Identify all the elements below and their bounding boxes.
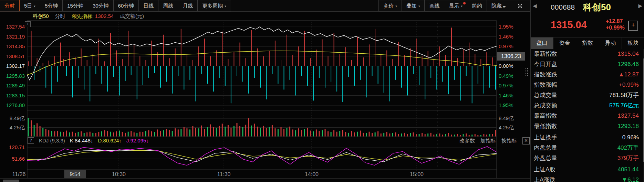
tool-button-5[interactable]: 隐藏▸▸ [487,0,510,11]
row-value: 402万手 [617,143,639,153]
close-indicator-icon[interactable]: ✕ [522,137,530,144]
panel-expand-icon[interactable]: ▶ [638,3,642,9]
tab-1[interactable]: 资金 [553,38,576,49]
time-axis-label: 11/26 [12,171,26,178]
percent-axis-label: 0.49% [499,73,513,79]
row-label: 最低指数 [534,121,557,131]
tool-button-3[interactable]: 显示▾ [444,0,467,11]
row-value: 781.58万手 [609,90,639,100]
quote-row-0: 最新指数1315.04 [531,49,644,59]
time-axis-label: 10:30 [112,171,126,178]
row-label: 总成交量 [534,90,557,100]
kdj-title: KDJ (9,3,3) [39,138,65,143]
period-button-4-label: 30分钟 [93,3,109,9]
period-button-1-label: 5日 [24,3,32,9]
change-value: +12.87 [606,18,623,24]
tool-button-0-label: 竞价 [383,3,394,9]
period-label: 分时 [55,13,65,20]
row-label: 上证A股 [534,164,555,175]
kdj-axis-label: 51.66 [0,156,25,162]
tab-2[interactable]: 指数 [576,38,599,49]
panel-collapse-icon[interactable]: ◀ [533,3,537,9]
quote-row-2: 指数涨跌▲12.87 [531,69,644,80]
price-axis-label: 1302.17 [0,63,25,69]
kdj-axis-label: 120.71 [0,144,25,150]
period-button-5[interactable]: 60分钟 [113,0,139,11]
tool-button-4[interactable]: 简约 [467,0,487,11]
kdj-j-value: J:92.095↓ [126,138,149,143]
period-button-3[interactable]: 15分钟 [62,0,88,11]
period-button-6[interactable]: 日线 [138,0,158,11]
kdj-button-2[interactable]: 换指标 [501,138,517,144]
period-button-9[interactable]: 更多周期▾ [197,0,231,11]
volume-axis-label: 8.49亿 [0,115,25,122]
period-button-0[interactable]: 分时 [0,0,20,11]
price-axis-label: 1295.83 [0,73,25,79]
panel-resize-grip[interactable] [525,67,529,78]
row-value: 575.76亿元 [609,100,639,111]
row-label: 指数涨幅 [534,80,557,90]
kdj-header: ? KDJ (9,3,3) K:84.448↓ D:80.624↑ J:92.0… [28,137,149,144]
kdj-button-1[interactable]: 加指标 [480,138,496,144]
expand-arrows-icon [517,3,523,9]
price-axis-label: 1321.19 [0,34,25,40]
period-button-7[interactable]: 周线 [158,0,178,11]
kdj-button-0[interactable]: 改参数 [459,138,475,144]
tool-button-0[interactable]: 竞价▾ [378,0,402,11]
quote-row-7: 最低指数1293.18 [531,121,644,131]
quote-row-1: 今日开盘1296.46 [531,59,644,69]
tab-4[interactable]: 板块 [622,38,644,49]
chart-header: 科创50 分时 领先指标: 1302.54 成交额(元) [33,13,144,20]
row-divider [531,132,644,132]
chart-zoom-plus-button[interactable]: + [25,21,31,27]
row-value: 1296.46 [618,59,639,69]
tool-button-5-label: 隐藏 [491,3,502,9]
fullscreen-icon[interactable] [510,0,530,11]
period-button-2-label: 5分钟 [45,3,58,9]
price-change: +12.87 +0.99% [606,18,625,31]
kdj-k-value: K:84.448↓ [70,138,93,143]
chevron-down-icon: ▾ [34,4,35,8]
chevron-down-icon: ▾ [418,4,420,8]
period-button-1[interactable]: 5日▾ [19,0,40,11]
notification-dot [463,2,466,4]
percent-axis-label: 1.95% [499,24,513,30]
row-value: ▼6.12 [622,175,639,182]
tool-button-3-label: 显示 [449,3,459,9]
quote-row-9: 内盘总量402万手 [531,143,644,153]
add-to-watchlist-button[interactable]: + [628,21,638,31]
row-value: ▲12.87 [619,69,639,80]
kdj-d-value: D:80.624↑ [98,138,121,143]
row-label: 今日开盘 [534,59,557,69]
row-value: 1327.54 [618,111,639,121]
period-button-8[interactable]: 月线 [178,0,198,11]
tool-button-2[interactable]: 画线 [424,0,444,11]
period-button-group: 分时5日▾5分钟15分钟30分钟60分钟日线周线月线更多周期▾ [0,0,231,11]
tool-button-4-label: 简约 [472,3,482,9]
help-icon[interactable]: ? [28,137,34,144]
period-button-4[interactable]: 30分钟 [88,0,114,11]
bottom-scrollbar-thumb[interactable] [3,180,19,182]
trading-terminal: 分时5日▾5分钟15分钟30分钟60分钟日线周线月线更多周期▾ 竞价▾叠加▾画线… [0,0,644,182]
chevron-down-icon: ▾ [225,4,226,8]
index-name-label: 科创50 [33,13,49,20]
volume-axis-label: 4.25亿 [0,125,25,131]
tab-3[interactable]: 异动 [599,38,622,49]
lead-indicator-value: 1302.54 [95,13,114,20]
d-up-arrow-icon: ↑ [119,138,122,143]
tab-0[interactable]: 盘口 [531,38,553,49]
row-divider [531,164,644,164]
tool-button-2-label: 画线 [429,3,439,9]
period-button-2[interactable]: 5分钟 [40,0,63,11]
chevron-down-icon: ▾ [461,4,463,8]
tool-button-1[interactable]: 叠加▾ [402,0,425,11]
change-percent: +0.99% [606,25,625,31]
last-price: 1315.04 [551,19,587,31]
stock-name: 科创50 [583,1,611,13]
price-axis-label: 1308.51 [0,53,25,59]
row-value: +0.99% [619,80,639,90]
quote-panel: ◀ ▶ 000688 科创50 1315.04 +12.87 +0.99% + … [530,0,644,182]
quote-tabs: 盘口资金指数异动板块 [531,37,644,49]
quote-row-6: 最高指数1327.54 [531,111,644,121]
volume-axis-label: 4.25亿 [499,125,514,131]
